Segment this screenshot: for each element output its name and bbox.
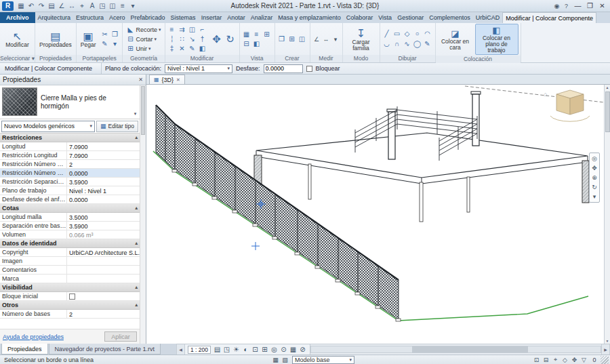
tangent-arc-tool-icon[interactable]: ∩ <box>392 39 402 49</box>
tab-vista[interactable]: Vista <box>375 12 394 23</box>
select-links-icon[interactable]: ⊡ <box>532 356 541 364</box>
property-section[interactable]: Otros▴ <box>0 301 140 310</box>
property-value[interactable]: 3.5000 <box>67 213 140 221</box>
3d-view-icon[interactable]: ◳ <box>98 1 107 11</box>
tab-archivo[interactable]: Archivo <box>0 12 35 23</box>
type-selector-dropdown-icon[interactable]: ▾ <box>131 85 140 119</box>
navigation-wheel-icon[interactable]: ◎ <box>590 155 598 163</box>
close-icon[interactable]: ✕ <box>138 77 143 83</box>
pin-icon[interactable]: † <box>198 35 207 44</box>
property-value[interactable]: 3.5900 <box>67 178 140 186</box>
tab-arquitectura[interactable]: Arquitectura <box>35 12 74 23</box>
match-type-icon[interactable]: ✎ <box>100 39 109 49</box>
remove-hidden-lines-icon[interactable]: ⊟ <box>242 39 251 49</box>
thin-lines-icon[interactable]: ≡ <box>252 30 262 39</box>
reveal-constraints-icon[interactable]: ⊘ <box>298 345 307 354</box>
save-icon[interactable]: ▦ <box>16 1 26 11</box>
properties-toggle-button[interactable]: ▤ Propiedades <box>37 28 74 49</box>
scroll-left-icon[interactable]: ◀ <box>176 344 185 355</box>
visual-style-icon[interactable]: ◳ <box>222 345 231 354</box>
scroll-right-icon[interactable]: ▶ <box>601 344 610 355</box>
visibility-graphics-icon[interactable]: ▦ <box>242 30 251 39</box>
horizontal-scrollbar[interactable] <box>310 346 601 353</box>
line-tool-icon[interactable]: ╱ <box>382 29 392 39</box>
print-icon[interactable]: ▤ <box>47 1 56 11</box>
worksets-icon[interactable]: ▦ <box>271 356 280 364</box>
tab-prefabricado[interactable]: Prefabricado <box>128 12 168 23</box>
tab-anotar[interactable]: Anotar <box>224 12 248 23</box>
scroll-down-icon[interactable]: ▼ <box>606 338 609 344</box>
rectangle-tool-icon[interactable]: ▭ <box>392 29 402 39</box>
orbit-icon[interactable]: ↻ <box>590 183 598 191</box>
offset-icon[interactable]: ⇉ <box>178 25 187 35</box>
measure-icon[interactable]: ∠ <box>57 1 66 11</box>
zoom-icon[interactable]: ⊕ <box>590 174 598 182</box>
place-on-work-plane-button[interactable]: ◧ Colocar en plano de trabajo <box>475 24 518 55</box>
tab-gestionar[interactable]: Gestionar <box>394 12 426 23</box>
property-value[interactable] <box>67 292 140 300</box>
measure-chain-icon[interactable]: ↔ <box>322 35 331 43</box>
ellipse-tool-icon[interactable]: ◯ <box>413 39 422 49</box>
measure-distance-icon[interactable]: ∠ <box>312 35 321 43</box>
load-family-button[interactable]: ↧ Cargar familia <box>345 26 378 53</box>
circle-tool-icon[interactable]: ○ <box>413 29 422 39</box>
spline-tool-icon[interactable]: ∿ <box>403 39 412 49</box>
property-value[interactable]: 7.0900 <box>67 142 140 150</box>
tab-masa-y-emplazamiento[interactable]: Masa y emplazamiento <box>275 12 344 23</box>
place-on-face-button[interactable]: ◪ Colocar en cara <box>438 27 473 52</box>
move-icon[interactable]: ✥ <box>210 29 224 49</box>
tab-insertar[interactable]: Insertar <box>199 12 225 23</box>
mirror-icon[interactable]: ◫ <box>188 25 197 35</box>
minimize-icon[interactable]: — <box>572 1 584 11</box>
arc-start-end-tool-icon[interactable]: ◠ <box>423 29 432 39</box>
property-value[interactable]: 0.0000 <box>67 169 140 177</box>
customize-qat-icon[interactable]: ▾ <box>128 1 138 11</box>
property-value[interactable]: 0.066 m³ <box>67 230 140 239</box>
scale-button[interactable]: 1 : 200 <box>188 346 211 354</box>
revit-logo-icon[interactable]: R <box>2 1 14 11</box>
paste-button[interactable]: ▣ Pegar <box>79 28 98 49</box>
paint-icon[interactable]: ◧ <box>198 44 207 54</box>
polygon-tool-icon[interactable]: ◇ <box>403 29 412 39</box>
panel-label-seleccionar[interactable]: Seleccionar ▾ <box>0 55 35 62</box>
drawing-canvas[interactable]: ⌂ ◎✥⊕↻▾ <box>146 85 604 344</box>
modify-button[interactable]: ↖ Modificar <box>3 28 30 49</box>
delete-icon[interactable]: ✕ <box>178 44 187 54</box>
property-value[interactable] <box>67 266 140 274</box>
sign-in-icon[interactable]: ◉ <box>552 2 561 10</box>
tab-complementos[interactable]: Complementos <box>426 12 473 23</box>
scroll-up-icon[interactable]: ▲ <box>606 85 609 90</box>
help-icon[interactable]: ? <box>562 2 571 10</box>
property-value[interactable]: Nivel : Nivel 1 <box>67 186 140 195</box>
property-section[interactable]: Visibilidad▴ <box>0 283 140 292</box>
section-icon[interactable]: ◫ <box>108 1 117 11</box>
join-geometry-button[interactable]: ⊞ Unir ▾ <box>125 44 162 53</box>
search-types-select[interactable]: Nuevo Modelos genéricos ▾ <box>1 121 95 132</box>
collapse-icon[interactable]: ▴ <box>135 241 138 246</box>
aligned-dimension-icon[interactable]: ↔ <box>67 1 77 11</box>
sun-path-icon[interactable]: ☀ <box>232 345 241 354</box>
property-value[interactable]: 0.0000 <box>67 195 140 203</box>
collapse-icon[interactable]: ▴ <box>135 205 138 211</box>
redo-icon[interactable]: ↷ <box>37 1 46 11</box>
split-icon[interactable]: ╎ <box>167 35 177 44</box>
scrollbar-thumb[interactable] <box>605 92 610 132</box>
create-similar-icon[interactable]: ❐ <box>277 35 287 44</box>
property-value[interactable] <box>67 257 140 265</box>
arc-center-tool-icon[interactable]: ◡ <box>382 39 392 49</box>
select-pinned-icon[interactable]: ⌖ <box>551 356 560 364</box>
cut-geometry-button[interactable]: ⊟ Cortar ▾ <box>125 35 162 43</box>
collapse-icon[interactable]: ▴ <box>135 285 138 290</box>
show-hidden-lines-icon[interactable]: ⊞ <box>262 30 272 39</box>
dock-tab[interactable]: Propiedades <box>1 344 48 355</box>
edit-type-button[interactable]: ▦ Editar tipo <box>96 121 138 132</box>
undo-icon[interactable]: ↶ <box>26 1 36 11</box>
crop-view-icon[interactable]: ⊡ <box>251 345 260 354</box>
nav-more-icon[interactable]: ▾ <box>590 193 598 201</box>
tab-estructura[interactable]: Estructura <box>73 12 106 23</box>
property-section[interactable]: Cotas▴ <box>0 204 140 213</box>
close-icon[interactable]: ✕ <box>176 77 180 83</box>
tab-urbicad[interactable]: UrbiCAD <box>473 12 503 23</box>
lock-checkbox[interactable] <box>306 66 312 72</box>
match-properties-icon[interactable]: ✎ <box>188 44 197 54</box>
